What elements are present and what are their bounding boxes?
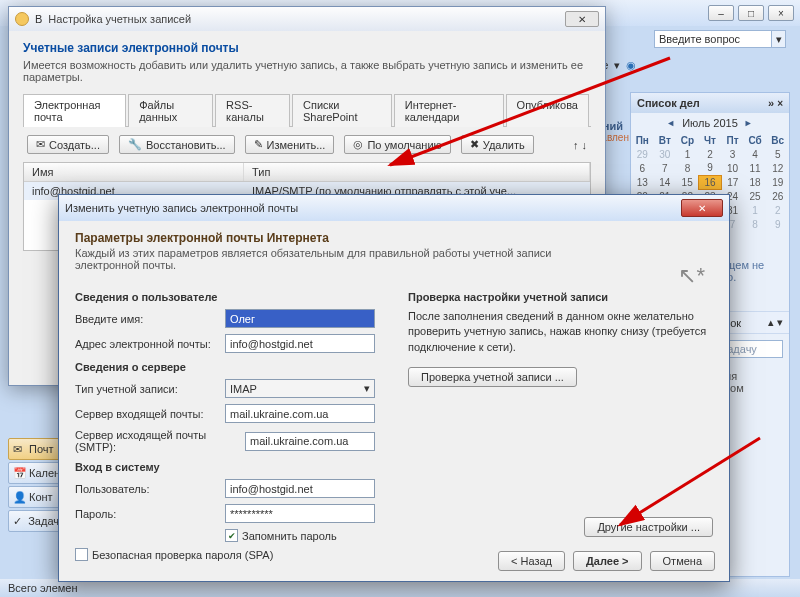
tab-2[interactable]: RSS-каналы (215, 94, 290, 127)
next-month-button[interactable]: ► (744, 118, 754, 128)
calendar-day[interactable]: 5 (766, 147, 789, 161)
section-heading: Учетные записи электронной почты (23, 41, 591, 55)
tab-5[interactable]: Опубликова (506, 94, 589, 127)
outgoing-server-input[interactable] (245, 432, 375, 451)
calendar-day[interactable]: 19 (766, 175, 789, 189)
help-icon[interactable]: ◉ (626, 59, 636, 72)
delete-button[interactable]: ✖Удалить (461, 135, 534, 154)
next-button[interactable]: Далее > (573, 551, 642, 571)
test-description: После заполнения сведений в данном окне … (408, 309, 713, 355)
calendar-day[interactable]: 25 (744, 189, 767, 203)
nav-mail-button[interactable]: ✉Почт (8, 438, 64, 460)
tab-1[interactable]: Файлы данных (128, 94, 213, 127)
section-heading: Параметры электронной почты Интернета (75, 231, 713, 245)
calendar-day[interactable]: 9 (699, 161, 722, 175)
left-column: Сведения о пользователе Введите имя: Адр… (75, 283, 380, 567)
calendar-day[interactable]: 13 (631, 175, 654, 189)
login-heading: Вход в систему (75, 461, 380, 473)
edit-button[interactable]: ✎Изменить... (245, 135, 335, 154)
username-input[interactable] (225, 479, 375, 498)
remember-password-label: Запомнить пароль (242, 530, 337, 542)
chevron-icon[interactable]: ▴ ▾ (768, 316, 783, 329)
calendar-day[interactable]: 12 (766, 161, 789, 175)
calendar-day[interactable]: 1 (744, 203, 767, 217)
spa-checkbox[interactable] (75, 548, 88, 561)
tab-strip: Электронная почтаФайлы данныхRSS-каналыС… (23, 93, 591, 127)
minimize-button[interactable]: – (708, 5, 734, 21)
create-button[interactable]: ✉Создать... (27, 135, 109, 154)
account-type-select: IMAP▾ (225, 379, 375, 398)
calendar-day[interactable]: 26 (766, 189, 789, 203)
more-settings-button[interactable]: Другие настройки ... (584, 517, 713, 537)
calendar-day[interactable]: 8 (744, 217, 767, 231)
back-button[interactable]: < Назад (498, 551, 565, 571)
calendar-day[interactable]: 15 (676, 175, 699, 189)
close-button[interactable]: ✕ (565, 11, 599, 27)
close-icon[interactable]: × (777, 98, 783, 109)
new-icon: ✉ (36, 138, 45, 151)
title-prefix: В (35, 13, 42, 25)
server-info-heading: Сведения о сервере (75, 361, 380, 373)
test-heading: Проверка настройки учетной записи (408, 291, 713, 303)
nav-tasks-button[interactable]: ✓Задач (8, 510, 64, 532)
nav-calendar-button[interactable]: 📅Кален (8, 462, 64, 484)
calendar-day[interactable]: 2 (766, 203, 789, 217)
remember-password-checkbox[interactable]: ✔ (225, 529, 238, 542)
cancel-button[interactable]: Отмена (650, 551, 715, 571)
calendar-day[interactable]: 17 (721, 175, 744, 189)
col-name[interactable]: Имя (24, 163, 244, 181)
nav-contacts-button[interactable]: 👤Конт (8, 486, 64, 508)
calendar-day[interactable]: 7 (654, 161, 677, 175)
calendar-day[interactable]: 8 (676, 161, 699, 175)
calendar-day[interactable]: 6 (631, 161, 654, 175)
status-text: Всего элемен (8, 582, 78, 594)
tab-3[interactable]: Списки SharePoint (292, 94, 392, 127)
incoming-server-input[interactable] (225, 404, 375, 423)
default-button[interactable]: ◎По умолчанию (344, 135, 450, 154)
chevron-right-icon[interactable]: » (768, 97, 774, 109)
help-search-input[interactable]: Введите вопрос ▾ (654, 30, 786, 48)
navigation-pane: ✉Почт 📅Кален 👤Конт ✓Задач (8, 438, 64, 532)
calendar-day[interactable]: 4 (744, 147, 767, 161)
section-description: Имеется возможность добавить или удалить… (23, 59, 591, 83)
edit-account-dialog: Изменить учетную запись электронной почт… (58, 194, 730, 582)
calendar-day[interactable]: 29 (631, 147, 654, 161)
calendar-day[interactable]: 11 (744, 161, 767, 175)
close-button[interactable]: ✕ (681, 199, 723, 217)
close-button[interactable]: × (768, 5, 794, 21)
right-column: Проверка настройки учетной записи После … (408, 283, 713, 567)
delete-icon: ✖ (470, 138, 479, 151)
calendar-day[interactable]: 9 (766, 217, 789, 231)
email-input[interactable] (225, 334, 375, 353)
dropdown-icon[interactable]: ▾ (771, 31, 785, 47)
updown-icon[interactable]: ↑ ↓ (573, 139, 587, 151)
todo-bar-header: Список дел » × (631, 93, 789, 113)
window-icon (15, 12, 29, 26)
toolbar-row: ✉Создать... 🔧Восстановить... ✎Изменить..… (23, 127, 591, 162)
dropdown-icon[interactable]: ▾ (614, 59, 620, 72)
calendar-day[interactable]: 10 (721, 161, 744, 175)
list-header: Имя Тип (24, 163, 590, 182)
username-label: Пользователь: (75, 483, 225, 495)
calendar-day[interactable]: 16 (699, 175, 722, 189)
todo-bar-title: Список дел (637, 97, 700, 109)
section-description: Каждый из этих параметров является обяза… (75, 247, 575, 271)
tab-4[interactable]: Интернет-календари (394, 94, 504, 127)
calendar-day[interactable]: 18 (744, 175, 767, 189)
maximize-button[interactable]: □ (738, 5, 764, 21)
calendar-day[interactable]: 3 (721, 147, 744, 161)
calendar-day[interactable]: 2 (699, 147, 722, 161)
repair-button[interactable]: 🔧Восстановить... (119, 135, 235, 154)
password-input[interactable] (225, 504, 375, 523)
name-input[interactable] (225, 309, 375, 328)
tab-0[interactable]: Электронная почта (23, 94, 126, 127)
dropdown-icon: ▾ (364, 382, 370, 395)
col-type[interactable]: Тип (244, 163, 590, 181)
calendar-day[interactable]: 30 (654, 147, 677, 161)
calendar-day[interactable]: 1 (676, 147, 699, 161)
test-account-button[interactable]: Проверка учетной записи ... (408, 367, 577, 387)
tasks-icon: ✓ (13, 515, 24, 527)
dialog-footer: < Назад Далее > Отмена (498, 551, 715, 571)
prev-month-button[interactable]: ◄ (666, 118, 676, 128)
calendar-day[interactable]: 14 (654, 175, 677, 189)
